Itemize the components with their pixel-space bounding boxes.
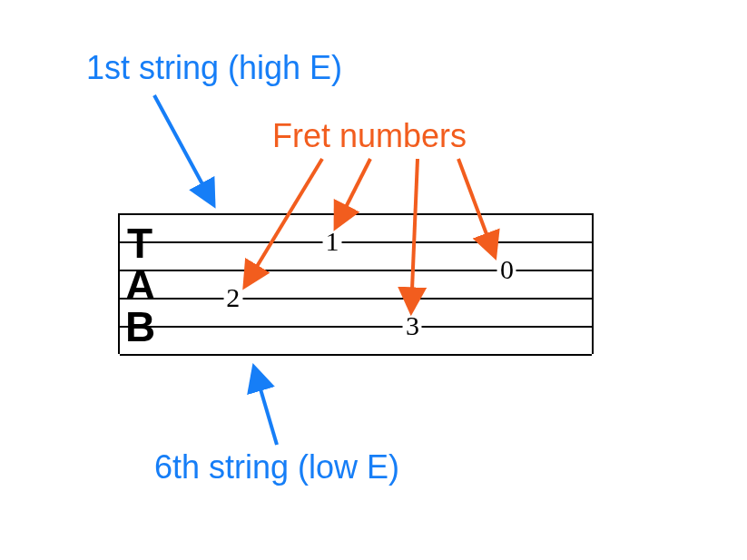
label-6th-string: 6th string (low E) <box>154 449 399 486</box>
string-2 <box>120 241 592 243</box>
fret-note-2: 1 <box>323 228 342 255</box>
tab-staff: T A B 2 1 3 0 <box>118 213 594 354</box>
tab-letter-b: B <box>125 306 153 348</box>
fret-note-1: 2 <box>223 284 242 311</box>
fret-note-4: 0 <box>497 256 516 283</box>
string-3 <box>120 270 592 271</box>
label-1st-string: 1st string (high E) <box>86 50 342 86</box>
tab-letter-t: T <box>127 222 151 264</box>
string-5 <box>120 326 592 328</box>
string-4 <box>120 298 592 300</box>
label-fret-numbers: Fret numbers <box>272 118 467 154</box>
string-1 <box>120 213 592 215</box>
arrow-top-string <box>154 95 213 204</box>
string-6 <box>120 354 592 356</box>
fret-note-3: 3 <box>403 312 422 339</box>
diagram-canvas: 1st string (high E) Fret numbers 6th str… <box>0 0 747 560</box>
tab-letter-a: A <box>125 264 153 306</box>
arrow-bottom-string <box>254 368 277 445</box>
